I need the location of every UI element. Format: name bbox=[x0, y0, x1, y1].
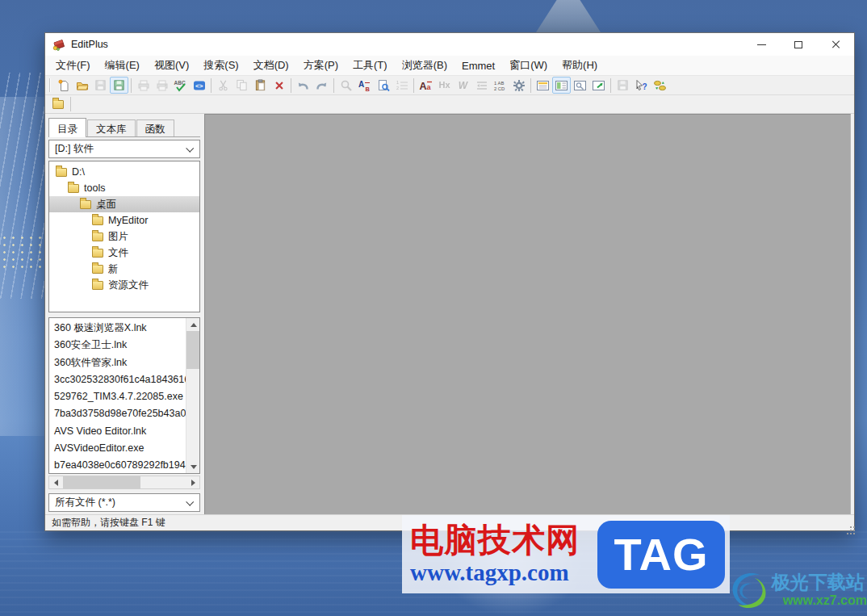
file-filter-selector[interactable]: 所有文件 (*.*) bbox=[48, 493, 200, 512]
tree-row[interactable]: tools bbox=[49, 180, 199, 196]
toggle-directory-icon[interactable] bbox=[552, 77, 571, 94]
resize-grip[interactable] bbox=[850, 526, 852, 529]
vertical-scroll-thumb[interactable] bbox=[186, 331, 199, 369]
toolbar-separator bbox=[131, 78, 132, 93]
toolbar-separator bbox=[530, 78, 531, 93]
spell-check-icon[interactable]: ABC bbox=[171, 77, 190, 94]
find-icon[interactable] bbox=[337, 77, 355, 94]
tree-row[interactable]: 文件 bbox=[49, 245, 199, 261]
sidebar-tab[interactable]: 目录 bbox=[48, 118, 86, 137]
hex-view-icon[interactable]: Hx bbox=[435, 77, 454, 94]
toggle-output-icon[interactable] bbox=[534, 77, 552, 94]
file-row[interactable]: 360 极速浏览器X.lnk bbox=[49, 320, 186, 337]
menu-item[interactable]: 编辑(E) bbox=[98, 56, 147, 75]
font-icon[interactable]: Aa bbox=[417, 77, 435, 94]
sidebar-tab[interactable]: 函数 bbox=[136, 119, 174, 136]
sidebar-tab[interactable]: 文本库 bbox=[87, 119, 136, 136]
toolbar-separator bbox=[291, 78, 291, 93]
save-icon[interactable] bbox=[91, 77, 110, 94]
folder-icon bbox=[52, 100, 64, 109]
line-numbers-icon[interactable]: 1 AB2 CD bbox=[491, 77, 509, 94]
file-row[interactable]: AVS Video Editor.lnk bbox=[49, 423, 186, 440]
svg-text:1 AB: 1 AB bbox=[494, 81, 504, 86]
toolbar-separator bbox=[211, 78, 212, 93]
file-row[interactable]: 360安全卫士.lnk bbox=[49, 337, 186, 354]
preferences-icon[interactable] bbox=[509, 77, 528, 94]
scroll-up-button[interactable] bbox=[186, 318, 200, 331]
scroll-right-button[interactable] bbox=[186, 476, 199, 488]
word-wrap-icon[interactable]: W bbox=[454, 77, 472, 94]
new-file-icon[interactable] bbox=[54, 77, 73, 94]
tree-row[interactable]: 图片 bbox=[49, 228, 199, 245]
drive-selector[interactable]: [D:] 软件 bbox=[48, 140, 200, 158]
minimize-button[interactable] bbox=[743, 33, 780, 56]
open-icon[interactable] bbox=[73, 77, 91, 94]
svg-text:a: a bbox=[427, 82, 432, 90]
tree-row-label: MyEditor bbox=[108, 215, 148, 226]
file-list-vertical-scrollbar[interactable] bbox=[186, 318, 199, 473]
find-in-files-icon[interactable] bbox=[374, 77, 392, 94]
file-row[interactable]: 7ba3d3758d98e70fe25b43a0 bbox=[49, 405, 186, 422]
menu-item[interactable]: 浏览器(B) bbox=[395, 56, 454, 75]
delete-icon[interactable] bbox=[270, 77, 288, 94]
file-list-horizontal-scrollbar[interactable] bbox=[48, 476, 200, 489]
folder-icon bbox=[92, 281, 103, 290]
menu-item[interactable]: 视图(V) bbox=[147, 56, 196, 75]
cut-icon[interactable] bbox=[214, 77, 232, 94]
file-row[interactable]: 529762_TIM3.4.7.22085.exe bbox=[49, 388, 186, 405]
scroll-left-button[interactable] bbox=[49, 476, 62, 488]
download-site-badge: 极光下载站 www.xz7.com bbox=[728, 564, 867, 616]
file-row[interactable]: 360软件管家.lnk bbox=[49, 354, 186, 371]
tree-row[interactable]: MyEditor bbox=[49, 212, 199, 228]
toggle-cliptext-icon[interactable] bbox=[571, 77, 589, 94]
tree-row[interactable]: 资源文件 bbox=[49, 277, 199, 293]
sidebar-tabs: 目录文本库函数 bbox=[48, 118, 200, 137]
download-site-url: www.xz7.com bbox=[772, 593, 867, 609]
svg-text:<>: <> bbox=[195, 82, 203, 90]
replace-icon[interactable]: AB bbox=[355, 77, 374, 94]
toolbar-separator bbox=[413, 78, 414, 93]
paste-icon[interactable] bbox=[251, 77, 270, 94]
menu-item[interactable]: 搜索(S) bbox=[196, 56, 245, 75]
indent-icon[interactable] bbox=[472, 77, 491, 94]
arrow-left-icon bbox=[54, 480, 58, 486]
file-row[interactable]: 3cc302532830f61c4a1843616 bbox=[49, 371, 186, 388]
print-preview-icon[interactable] bbox=[134, 77, 153, 94]
menu-item[interactable]: 文件(F) bbox=[48, 56, 98, 75]
menu-item[interactable]: 方案(P) bbox=[296, 56, 346, 75]
maximize-button[interactable] bbox=[780, 33, 817, 56]
sort-icon[interactable]: 12 bbox=[392, 77, 411, 94]
sync-icon[interactable] bbox=[651, 77, 669, 94]
close-button[interactable] bbox=[817, 33, 854, 56]
download-site-name: 极光下载站 bbox=[772, 572, 867, 593]
open-in-new-window-icon[interactable] bbox=[589, 77, 608, 94]
menu-item[interactable]: Emmet bbox=[454, 57, 502, 74]
file-row[interactable]: AVSVideoEditor.exe bbox=[49, 440, 186, 457]
menu-item[interactable]: 文档(D) bbox=[246, 56, 296, 75]
undo-icon[interactable] bbox=[294, 77, 312, 94]
menu-item[interactable]: 工具(T) bbox=[346, 56, 395, 75]
view-in-browser-icon[interactable]: <> bbox=[190, 77, 208, 94]
folder-icon bbox=[92, 249, 103, 258]
copy-icon[interactable] bbox=[232, 77, 251, 94]
print-icon[interactable] bbox=[153, 77, 171, 94]
save-desktop-icon[interactable] bbox=[614, 77, 632, 94]
menu-item[interactable]: 帮助(H) bbox=[555, 56, 605, 75]
file-row[interactable]: b7ea4038e0c60789292fb194 bbox=[49, 457, 186, 473]
editor-empty-area[interactable] bbox=[204, 114, 851, 515]
file-filter-value: 所有文件 (*.*) bbox=[55, 496, 115, 509]
menu-item[interactable]: 窗口(W) bbox=[502, 56, 555, 75]
horizontal-scroll-thumb[interactable] bbox=[63, 476, 140, 488]
tree-row[interactable]: D:\ bbox=[49, 164, 199, 180]
scroll-down-button[interactable] bbox=[186, 460, 200, 473]
tree-row[interactable]: 新 bbox=[49, 261, 199, 277]
redo-icon[interactable] bbox=[312, 77, 331, 94]
folder-icon bbox=[92, 265, 103, 274]
document-folder-icon[interactable] bbox=[48, 96, 68, 113]
editplus-window: EditPlus 文件(F)编辑(E)视图(V)搜索(S)文档(D)方案(P)工… bbox=[44, 32, 855, 531]
save-all-icon[interactable] bbox=[110, 77, 128, 94]
context-help-icon[interactable]: ? bbox=[632, 77, 651, 94]
folder-icon bbox=[68, 184, 79, 193]
toolbar-grip[interactable] bbox=[49, 78, 51, 92]
tree-row[interactable]: 桌面 bbox=[49, 196, 199, 212]
